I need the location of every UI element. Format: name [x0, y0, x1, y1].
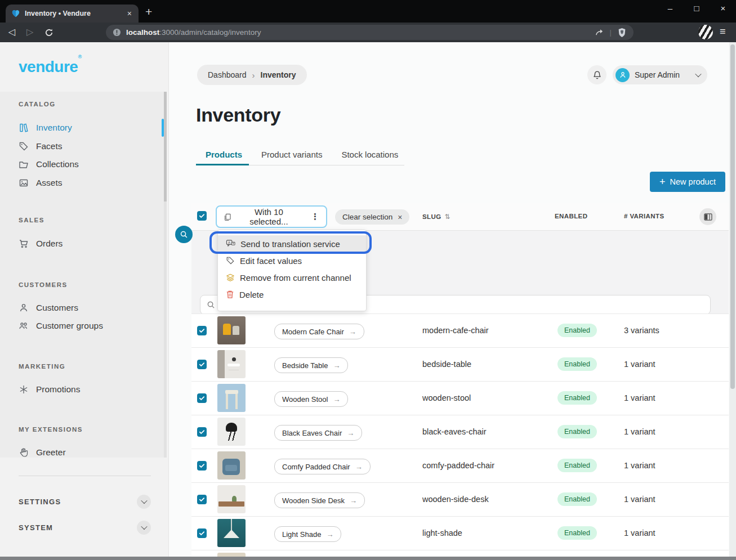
product-link[interactable]: Black Eaves Chair→: [274, 425, 362, 441]
tab-close-icon[interactable]: ×: [126, 9, 133, 18]
sidebar-item-promotions[interactable]: Promotions: [19, 382, 80, 397]
sidebar-item-label: Promotions: [36, 384, 80, 395]
product-slug: light-shade: [422, 528, 462, 537]
bulk-actions-button[interactable]: With 10 selected... ⋮: [216, 205, 327, 228]
notifications-button[interactable]: [587, 65, 606, 84]
breadcrumb-dashboard[interactable]: Dashboard: [208, 70, 247, 79]
select-all-checkbox[interactable]: [197, 211, 207, 221]
row-checkbox[interactable]: [197, 427, 207, 437]
page-scrollbar-thumb[interactable]: [730, 44, 735, 389]
share-icon[interactable]: [595, 28, 604, 37]
sidebar-item-collections[interactable]: Collections: [19, 156, 79, 172]
tab-product-variants[interactable]: Product variants: [252, 145, 332, 167]
browser-forward-button[interactable]: ▷: [26, 26, 33, 37]
sort-icon[interactable]: ⇅: [445, 213, 450, 221]
clear-selection-button[interactable]: Clear selection ×: [335, 209, 409, 225]
sidebar-item-label: Facets: [36, 141, 63, 151]
plus-icon: +: [659, 176, 666, 188]
row-checkbox[interactable]: [197, 461, 207, 471]
row-checkbox[interactable]: [197, 495, 207, 504]
menu-item-label: Delete: [239, 290, 264, 299]
menu-item-edit-facet-values[interactable]: Edit facet values: [218, 252, 366, 269]
search-icon: [207, 301, 215, 309]
status-badge: Enabled: [557, 459, 597, 472]
active-tab-indicator: [196, 164, 249, 165]
product-thumbnail: [217, 418, 246, 446]
close-icon: ×: [398, 213, 402, 222]
browser-reload-button[interactable]: [44, 28, 53, 37]
product-link[interactable]: Comfy Padded Chair→: [274, 459, 371, 474]
chevron-down-icon: [141, 523, 147, 530]
menu-item-delete[interactable]: Delete: [218, 286, 366, 303]
bulk-actions-label: With 10 selected...: [237, 207, 301, 226]
toolbar-separator: |: [610, 28, 612, 37]
sidebar-item-customer-groups[interactable]: Customer groups: [19, 318, 103, 333]
page-title: Inventory: [196, 104, 280, 126]
sidebar-item-customers[interactable]: Customers: [19, 300, 78, 315]
sidebar-scrollbar-thumb[interactable]: [164, 92, 167, 201]
window-maximize-button[interactable]: □: [688, 3, 705, 13]
sidebar-item-inventory[interactable]: Inventory: [19, 120, 72, 135]
menu-item-remove-from-channel[interactable]: Remove from current channel: [218, 269, 366, 286]
table-row: Wooden Stool→ wooden-stool Enabled 1 var…: [191, 381, 729, 415]
variant-count: 1 variant: [624, 528, 655, 537]
site-info-icon[interactable]: [113, 28, 121, 37]
sidebar-section-system[interactable]: SYSTEM: [19, 520, 151, 535]
status-badge: Enabled: [557, 492, 597, 506]
tab-stock-locations[interactable]: Stock locations: [332, 145, 408, 167]
product-link[interactable]: Wooden Stool→: [274, 391, 348, 407]
table-row: Black Eaves Chair→ black-eaves-chair Ena…: [191, 415, 729, 449]
system-expand-button[interactable]: [137, 521, 151, 535]
search-fab-button[interactable]: [175, 226, 193, 243]
browser-tab[interactable]: Inventory • Vendure ×: [6, 5, 139, 23]
column-header-slug[interactable]: SLUG ⇅: [422, 213, 450, 221]
column-settings-button[interactable]: [699, 208, 716, 225]
product-link[interactable]: Wooden Side Desk→: [274, 492, 365, 508]
product-link[interactable]: Bedside Table→: [274, 357, 348, 373]
kebab-menu-icon[interactable]: ⋮: [311, 212, 319, 222]
row-checkbox[interactable]: [197, 528, 207, 538]
status-badge: Enabled: [557, 324, 597, 337]
arrow-right-icon: →: [347, 429, 354, 437]
tab-title: Inventory • Vendure: [25, 10, 126, 17]
address-bar[interactable]: localhost:3000/admin/catalog/inventory |: [106, 25, 634, 40]
new-product-button[interactable]: + New product: [650, 172, 725, 192]
new-tab-button[interactable]: +: [145, 5, 152, 19]
bulk-actions-dropdown: A Send to translation service Edit facet…: [217, 230, 367, 311]
menu-item-send-to-translation[interactable]: A Send to translation service: [218, 235, 366, 252]
window-minimize-button[interactable]: –: [662, 3, 679, 13]
brave-shield-icon[interactable]: [617, 28, 627, 38]
sidebar-item-greeter[interactable]: Greeter: [19, 445, 66, 460]
chevron-down-icon: [141, 498, 147, 504]
browser-back-button[interactable]: ◁: [8, 26, 15, 37]
user-menu[interactable]: Super Admin: [613, 65, 707, 84]
browser-menu-icon[interactable]: ≡: [720, 26, 726, 38]
product-link[interactable]: Modern Cafe Chair→: [274, 324, 364, 339]
trash-icon: [226, 290, 234, 299]
sidebar-item-facets[interactable]: Facets: [19, 138, 63, 154]
translate-icon: A: [226, 239, 235, 248]
table-row: Bedside Table→ bedside-table Enabled 1 v…: [191, 347, 729, 381]
check-icon: [199, 530, 205, 536]
sidebar-item-orders[interactable]: Orders: [19, 236, 63, 251]
sidebar-scrollbar[interactable]: [164, 92, 167, 458]
vendure-logo[interactable]: vendure®: [19, 58, 82, 76]
window-close-button[interactable]: ×: [715, 3, 731, 13]
user-avatar: [615, 68, 630, 82]
sidebar: vendure® CATALOG Inventory Facets: [0, 42, 169, 560]
product-link[interactable]: Light Shade→: [274, 526, 341, 542]
columns-icon: [704, 213, 712, 221]
breadcrumb-inventory: Inventory: [261, 70, 296, 79]
check-icon: [199, 395, 205, 401]
row-checkbox[interactable]: [197, 326, 207, 335]
sidebar-section-settings[interactable]: SETTINGS: [19, 494, 151, 509]
settings-expand-button[interactable]: [137, 495, 151, 509]
row-checkbox[interactable]: [197, 360, 207, 369]
image-icon: [19, 178, 29, 188]
variant-count: 1 variant: [624, 461, 655, 470]
page-scrollbar[interactable]: [729, 42, 736, 560]
browser-profile-avatar[interactable]: [698, 25, 713, 39]
row-checkbox[interactable]: [197, 393, 207, 403]
sidebar-item-assets[interactable]: Assets: [19, 175, 63, 190]
breadcrumb[interactable]: Dashboard › Inventory: [197, 65, 307, 85]
